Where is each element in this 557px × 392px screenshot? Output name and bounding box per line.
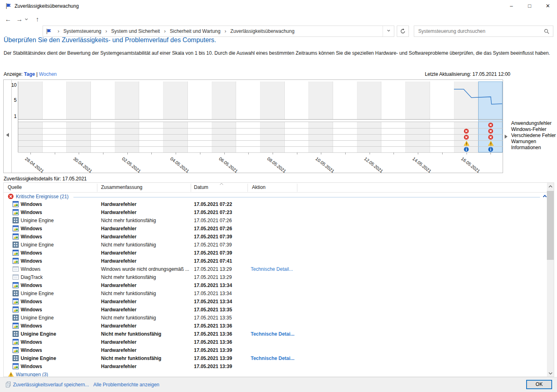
event-row[interactable]: WindowsHardwarefehler17.05.2021 07:39: [4, 233, 547, 241]
technical-details-link[interactable]: Technische Detai...: [251, 356, 295, 361]
event-marker-warning[interactable]: [464, 141, 469, 146]
address-bar[interactable]: ›Systemsteuerung›System und Sicherheit›S…: [43, 26, 394, 37]
breadcrumb-item[interactable]: Zuverlässigkeitsüberwachung: [229, 26, 296, 36]
event-marker-info[interactable]: [464, 147, 469, 152]
navigation-toolbar: ← → ↑ ›Systemsteuerung›System und Sicher…: [0, 12, 557, 27]
event-marker-error[interactable]: [488, 122, 493, 128]
vertical-scrollbar[interactable]: [547, 183, 554, 377]
event-row[interactable]: Unigine EngineNicht mehr funktionsfähig1…: [4, 314, 547, 322]
day-column[interactable]: [140, 122, 164, 152]
event-marker-error[interactable]: [488, 135, 493, 140]
show-all-reports-link[interactable]: Alle Problemberichte anzeigen: [93, 382, 159, 388]
up-button[interactable]: ↑: [32, 14, 42, 25]
search-input[interactable]: [418, 26, 540, 36]
x-axis-tick: [224, 152, 225, 154]
event-marker-error[interactable]: [488, 129, 493, 134]
technical-details-link[interactable]: Technische Detai...: [251, 331, 295, 337]
event-marker-error[interactable]: [464, 129, 469, 134]
day-column[interactable]: [43, 122, 67, 152]
event-row[interactable]: WindowsHardwarefehler17.05.2021 13:34: [4, 281, 547, 289]
event-row[interactable]: WindowsHardwarefehler17.05.2021 07:23: [4, 208, 547, 216]
column-separator[interactable]: [297, 184, 297, 192]
scroll-down-icon[interactable]: [547, 370, 554, 377]
windows-icon: [13, 298, 19, 304]
day-column[interactable]: [309, 122, 333, 152]
address-dropdown-icon[interactable]: [383, 26, 394, 36]
event-row[interactable]: WindowsHardwarefehler17.05.2021 13:36: [4, 322, 547, 330]
refresh-button[interactable]: [397, 26, 409, 37]
event-row[interactable]: WindowsHardwarefehler17.05.2021 13:39: [4, 362, 547, 371]
forward-button[interactable]: →: [15, 14, 24, 25]
day-column[interactable]: [67, 122, 91, 152]
chart-scroll-left-icon[interactable]: [6, 133, 9, 137]
column-header-quelle[interactable]: Quelle: [8, 184, 22, 190]
event-row[interactable]: WindowsHardwarefehler17.05.2021 13:39: [4, 346, 547, 354]
column-header-zusammenfassung[interactable]: Zusammenfassung: [101, 184, 142, 190]
windows-app-icon: [13, 306, 19, 313]
event-marker-warning[interactable]: [488, 141, 493, 146]
column-separator[interactable]: [247, 184, 248, 192]
ok-button[interactable]: OK: [526, 380, 552, 389]
recent-pages-chevron-icon[interactable]: [24, 14, 31, 25]
event-row[interactable]: WindowsHardwarefehler17.05.2021 13:34: [4, 298, 547, 306]
breadcrumb-item[interactable]: System und Sicherheit: [110, 26, 161, 36]
day-column[interactable]: [406, 122, 430, 152]
day-column[interactable]: [236, 122, 260, 152]
scrollbar-thumb[interactable]: [547, 191, 554, 260]
day-column[interactable]: [163, 122, 188, 152]
view-weeks-link[interactable]: Wochen: [39, 71, 57, 77]
breadcrumb-item[interactable]: Systemsteuerung: [62, 26, 103, 36]
scroll-up-icon[interactable]: [547, 183, 554, 190]
day-column[interactable]: [333, 122, 357, 152]
day-column[interactable]: [115, 122, 140, 152]
day-column[interactable]: [212, 122, 237, 152]
day-column[interactable]: [357, 122, 382, 152]
group-row-warnings[interactable]: Warnungen (3): [4, 371, 547, 377]
event-row[interactable]: Unigine EngineNicht mehr funktionsfähig1…: [4, 216, 547, 225]
day-column[interactable]: [430, 122, 454, 152]
event-row[interactable]: WindowsHardwarefehler17.05.2021 13:36: [4, 338, 547, 346]
maximize-button[interactable]: □: [520, 0, 539, 12]
view-separator: |: [37, 71, 38, 77]
minimize-button[interactable]: –: [502, 0, 520, 12]
day-column[interactable]: [18, 122, 43, 152]
event-source: Unigine Engine: [21, 291, 54, 296]
day-column[interactable]: [260, 122, 285, 152]
unigine-icon: [13, 242, 19, 248]
day-column[interactable]: [188, 122, 212, 152]
column-separator[interactable]: [97, 184, 97, 192]
event-row[interactable]: Unigine EngineNicht mehr funktionsfähig1…: [4, 289, 547, 298]
stability-bottom-line: [18, 119, 503, 120]
day-column[interactable]: [91, 122, 115, 152]
event-row[interactable]: WindowsHardwarefehler17.05.2021 07:41: [4, 257, 547, 265]
event-grid-line: [18, 146, 503, 147]
event-marker-error[interactable]: [464, 135, 469, 140]
save-history-link[interactable]: Zuverlässigkeitsverlauf speichern...: [13, 382, 89, 388]
event-date: 17.05.2021 13:39: [194, 347, 232, 353]
event-row[interactable]: WindowsHardwarefehler17.05.2021 07:26: [4, 225, 547, 233]
event-row[interactable]: Unigine EngineNicht mehr funktionsfähig1…: [4, 241, 547, 249]
event-row[interactable]: WindowsHardwarefehler17.05.2021 07:39: [4, 249, 547, 257]
event-row[interactable]: Unigine EngineNicht mehr funktionsfähig1…: [4, 354, 547, 362]
x-axis-date-label: 30.04.2021: [73, 156, 93, 174]
back-button[interactable]: ←: [3, 14, 13, 25]
column-separator[interactable]: [191, 184, 191, 192]
event-row[interactable]: WindowsWindows wurde nicht ordnungsgemäß…: [4, 265, 547, 273]
view-days-link[interactable]: Tage: [24, 71, 35, 77]
search-icon[interactable]: [544, 29, 549, 34]
breadcrumb-item[interactable]: Sicherheit und Wartung: [168, 26, 222, 36]
day-column[interactable]: [382, 122, 406, 152]
day-column[interactable]: [285, 122, 309, 152]
group-row-critical-events[interactable]: Kritische Ereignisse (21): [4, 193, 547, 200]
event-row[interactable]: Unigine EngineNicht mehr funktionsfähig1…: [4, 330, 547, 338]
column-header-aktion[interactable]: Aktion: [252, 184, 265, 190]
event-row[interactable]: WindowsHardwarefehler17.05.2021 13:35: [4, 306, 547, 314]
close-button[interactable]: ✕: [539, 0, 557, 12]
technical-details-link[interactable]: Technische Detail...: [251, 266, 293, 272]
windows-icon: [13, 306, 19, 313]
event-row[interactable]: WindowsHardwarefehler17.05.2021 07:22: [4, 200, 547, 208]
event-row[interactable]: DiagTrackNicht mehr funktionsfähig17.05.…: [4, 273, 547, 281]
column-header-datum[interactable]: Datum: [194, 184, 208, 190]
windows-app-icon: [13, 282, 19, 288]
event-marker-info[interactable]: [488, 147, 493, 152]
